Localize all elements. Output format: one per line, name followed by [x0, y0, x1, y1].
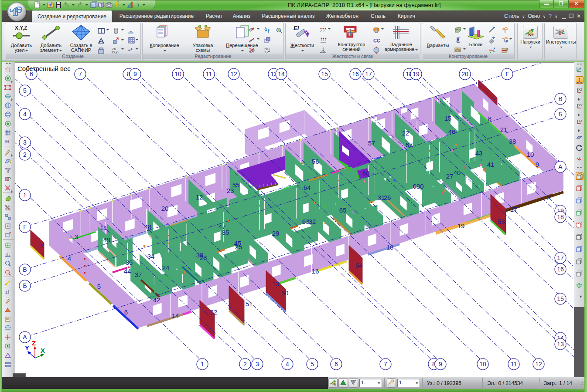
svg-text:X: X — [41, 347, 45, 354]
svg-text:9: 9 — [536, 161, 539, 168]
svg-text:67: 67 — [406, 141, 413, 149]
svg-text:7: 7 — [546, 194, 550, 201]
svg-text:XZ: XZ — [578, 88, 583, 91]
svg-text:53: 53 — [498, 218, 505, 225]
svg-text:18: 18 — [386, 243, 394, 251]
svg-text:13: 13 — [557, 341, 564, 348]
svg-text:49: 49 — [103, 236, 111, 243]
svg-text:20: 20 — [161, 205, 169, 212]
svg-text:9: 9 — [439, 361, 442, 368]
svg-text:22: 22 — [402, 129, 410, 137]
svg-text:680: 680 — [413, 182, 423, 190]
svg-text:В: В — [558, 95, 562, 102]
svg-text:17: 17 — [365, 71, 372, 78]
svg-text:32: 32 — [309, 218, 316, 225]
svg-text:6: 6 — [334, 361, 338, 368]
svg-text:60: 60 — [362, 169, 370, 177]
svg-text:2: 2 — [40, 242, 44, 250]
svg-text:24: 24 — [162, 264, 170, 271]
svg-text:7: 7 — [78, 71, 82, 78]
svg-text:12: 12 — [535, 361, 542, 368]
svg-text:3: 3 — [23, 139, 27, 146]
svg-text:28: 28 — [200, 254, 207, 261]
svg-text:2: 2 — [243, 361, 247, 368]
svg-text:15: 15 — [444, 115, 452, 122]
svg-text:Z: Z — [32, 339, 36, 347]
svg-text:23: 23 — [227, 187, 234, 194]
svg-text:Г: Г — [23, 223, 27, 230]
svg-text:7: 7 — [384, 361, 387, 368]
svg-text:2: 2 — [23, 151, 27, 158]
svg-text:40: 40 — [454, 169, 461, 176]
svg-text:18: 18 — [557, 213, 564, 220]
svg-text:X,Y,Z: X,Y,Z — [15, 25, 27, 31]
svg-text:42: 42 — [153, 296, 160, 304]
svg-text:Б: Б — [558, 111, 562, 118]
svg-text:YZ: YZ — [578, 119, 583, 122]
svg-text:3: 3 — [256, 361, 259, 368]
svg-text:21: 21 — [500, 126, 508, 133]
svg-text:34: 34 — [147, 253, 155, 260]
svg-text:17: 17 — [510, 206, 518, 213]
svg-text:P: P — [505, 39, 508, 44]
svg-text:1,: 1, — [5, 290, 9, 294]
svg-text:15: 15 — [321, 71, 328, 78]
svg-text:10: 10 — [479, 361, 486, 368]
svg-text:17: 17 — [557, 254, 564, 261]
svg-text:36: 36 — [126, 259, 133, 266]
svg-text:44: 44 — [124, 267, 131, 275]
svg-text:5: 5 — [311, 361, 314, 368]
svg-text:29: 29 — [272, 230, 280, 237]
svg-text:Z=: Z= — [112, 47, 116, 51]
svg-text:9: 9 — [133, 71, 137, 78]
svg-text:37: 37 — [135, 271, 142, 278]
svg-text:50: 50 — [281, 289, 289, 297]
svg-text:35: 35 — [222, 229, 229, 236]
svg-text:Y: Y — [25, 344, 29, 351]
svg-text:25: 25 — [235, 243, 242, 250]
svg-text:№: № — [332, 382, 336, 386]
svg-text:Г: Г — [505, 71, 509, 78]
svg-text:4: 4 — [23, 111, 27, 118]
svg-text:10: 10 — [174, 71, 181, 78]
svg-text:5: 5 — [97, 283, 101, 290]
svg-text:£: £ — [506, 47, 509, 51]
svg-text:64: 64 — [304, 184, 311, 191]
svg-text:41: 41 — [487, 161, 495, 168]
svg-text:16: 16 — [557, 266, 564, 273]
svg-text:65: 65 — [339, 206, 347, 214]
svg-text:16: 16 — [312, 267, 319, 275]
svg-text:19: 19 — [457, 222, 465, 230]
svg-text:EI: EI — [294, 25, 299, 31]
svg-text:14: 14 — [278, 71, 285, 78]
svg-text:48: 48 — [144, 223, 152, 230]
svg-text:26: 26 — [384, 194, 391, 201]
svg-text:Б: Б — [23, 282, 27, 289]
svg-text:EI: EI — [5, 139, 10, 144]
svg-text:ÇÇ: ÇÇ — [373, 38, 380, 43]
svg-text:А: А — [23, 334, 27, 341]
svg-text:№: № — [528, 32, 533, 37]
svg-text:43: 43 — [475, 149, 483, 157]
svg-text:11: 11 — [100, 224, 107, 231]
svg-text:XY: XY — [578, 104, 583, 107]
svg-text:52: 52 — [210, 308, 218, 316]
svg-text:51: 51 — [246, 300, 253, 308]
svg-text:4: 4 — [68, 255, 71, 262]
svg-text:20: 20 — [461, 71, 468, 78]
svg-text:14: 14 — [172, 312, 179, 319]
svg-text:15: 15 — [557, 295, 564, 302]
svg-text:12: 12 — [230, 71, 237, 78]
svg-text:4: 4 — [286, 361, 289, 368]
svg-text:8: 8 — [488, 115, 491, 122]
svg-text:G: G — [562, 30, 565, 35]
svg-text:11: 11 — [511, 361, 517, 368]
svg-text:27: 27 — [446, 172, 454, 180]
svg-text:54: 54 — [355, 262, 363, 269]
svg-text:Собственный вес: Собственный вес — [17, 65, 71, 72]
svg-text:13: 13 — [272, 280, 280, 287]
svg-text:16: 16 — [352, 71, 359, 78]
svg-text:6: 6 — [124, 308, 128, 316]
svg-text:38: 38 — [509, 138, 516, 145]
svg-text:В: В — [23, 266, 27, 273]
